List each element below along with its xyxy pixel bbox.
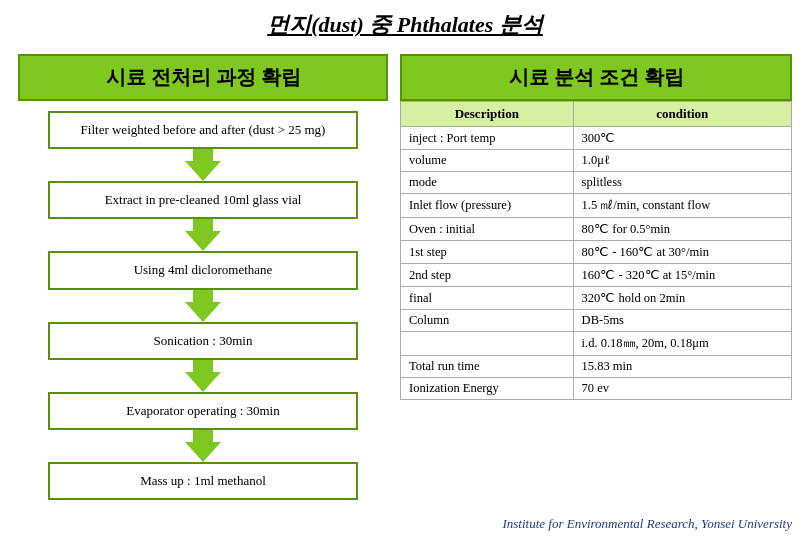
table-row: volume1.0μℓ	[401, 150, 792, 172]
flow-step-5: Mass up : 1ml methanol	[48, 462, 358, 500]
table-cell-condition: 70 ev	[573, 378, 791, 400]
table-row: 2nd step160℃ - 320℃ at 15°/min	[401, 264, 792, 287]
flow-step-1: Extract in pre-cleaned 10ml glass vial	[48, 181, 358, 219]
table-cell-condition: 1.0μℓ	[573, 150, 791, 172]
table-cell-description: 1st step	[401, 241, 574, 264]
table-row: Ionization Energy70 ev	[401, 378, 792, 400]
table-row: i.d. 0.18㎜, 20m, 0.18μm	[401, 332, 792, 356]
table-row: 1st step80℃ - 160℃ at 30°/min	[401, 241, 792, 264]
arrow-stem-icon	[193, 290, 213, 302]
table-cell-condition: DB-5ms	[573, 310, 791, 332]
right-panel: 시료 분석 조건 확립 Description condition inject…	[400, 54, 792, 500]
arrow-head-icon	[185, 372, 221, 392]
arrow-head-icon	[185, 161, 221, 181]
flow-step-3: Sonication : 30min	[48, 322, 358, 360]
table-cell-description	[401, 332, 574, 356]
flow-step-2: Using 4ml dicloromethane	[48, 251, 358, 289]
table-cell-description: Inlet flow (pressure)	[401, 194, 574, 218]
page-title: 먼지(dust) 중 Phthalates 분석	[0, 10, 810, 40]
left-panel-header: 시료 전처리 과정 확립	[18, 54, 388, 101]
table-cell-description: inject : Port temp	[401, 127, 574, 150]
table-cell-condition: 160℃ - 320℃ at 15°/min	[573, 264, 791, 287]
table-cell-description: final	[401, 287, 574, 310]
arrow-2	[185, 290, 221, 322]
table-cell-description: 2nd step	[401, 264, 574, 287]
table-row: modesplitless	[401, 172, 792, 194]
left-panel: 시료 전처리 과정 확립 Filter weighted before and …	[18, 54, 388, 500]
flow-step-0: Filter weighted before and after (dust >…	[48, 111, 358, 149]
col-description: Description	[401, 102, 574, 127]
flow-step-4: Evaporator operating : 30min	[48, 392, 358, 430]
arrow-stem-icon	[193, 219, 213, 231]
table-body: inject : Port temp300℃volume1.0μℓmodespl…	[401, 127, 792, 400]
arrow-stem-icon	[193, 430, 213, 442]
table-row: Inlet flow (pressure)1.5 ㎖/min, constant…	[401, 194, 792, 218]
table-row: Total run time15.83 min	[401, 356, 792, 378]
arrow-head-icon	[185, 442, 221, 462]
table-cell-condition: splitless	[573, 172, 791, 194]
table-cell-description: Oven : initial	[401, 218, 574, 241]
arrow-1	[185, 219, 221, 251]
table-cell-condition: 320℃ hold on 2min	[573, 287, 791, 310]
table-row: inject : Port temp300℃	[401, 127, 792, 150]
footer: Institute for Environmental Research, Yo…	[502, 516, 792, 532]
arrow-head-icon	[185, 302, 221, 322]
table-cell-description: volume	[401, 150, 574, 172]
table-cell-condition: 15.83 min	[573, 356, 791, 378]
table-cell-condition: 80℃ - 160℃ at 30°/min	[573, 241, 791, 264]
table-row: ColumnDB-5ms	[401, 310, 792, 332]
table-cell-condition: 300℃	[573, 127, 791, 150]
table-row: Oven : initial80℃ for 0.5°min	[401, 218, 792, 241]
table-cell-condition: 1.5 ㎖/min, constant flow	[573, 194, 791, 218]
table-cell-condition: 80℃ for 0.5°min	[573, 218, 791, 241]
conditions-table: Description condition inject : Port temp…	[400, 101, 792, 400]
table-cell-description: Ionization Energy	[401, 378, 574, 400]
arrow-3	[185, 360, 221, 392]
table-row: final320℃ hold on 2min	[401, 287, 792, 310]
table-cell-description: Total run time	[401, 356, 574, 378]
arrow-stem-icon	[193, 149, 213, 161]
table-cell-condition: i.d. 0.18㎜, 20m, 0.18μm	[573, 332, 791, 356]
arrow-stem-icon	[193, 360, 213, 372]
table-cell-description: mode	[401, 172, 574, 194]
col-condition: condition	[573, 102, 791, 127]
table-cell-description: Column	[401, 310, 574, 332]
arrow-0	[185, 149, 221, 181]
right-panel-header: 시료 분석 조건 확립	[400, 54, 792, 101]
arrow-4	[185, 430, 221, 462]
flow-steps: Filter weighted before and after (dust >…	[18, 111, 388, 500]
arrow-head-icon	[185, 231, 221, 251]
